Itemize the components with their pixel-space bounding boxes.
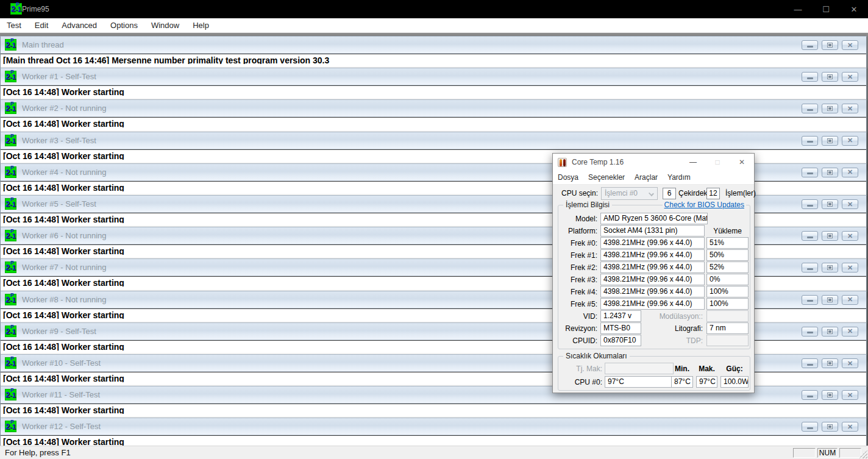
restore-button[interactable]: [822, 422, 838, 432]
mdi-window-title: Worker #8 - Not running: [22, 295, 107, 304]
mdi-window-title: Worker #9 - Self-Test: [22, 327, 96, 336]
statusbar: For Help, press F1 NUM: [0, 446, 868, 459]
minimize-button[interactable]: [802, 40, 818, 50]
close-button[interactable]: ✕: [842, 327, 858, 336]
restore-icon: [827, 138, 833, 143]
coretemp-icon: [558, 158, 567, 167]
close-button[interactable]: ✕: [840, 0, 868, 18]
modulation-value: [706, 310, 749, 322]
minimize-button[interactable]: [802, 104, 818, 113]
maximize-button[interactable]: ☐: [812, 0, 840, 18]
mdi-titlebar[interactable]: 2P-1 Worker #3 - Self-Test ✕: [1, 132, 866, 149]
menu-options[interactable]: Options: [104, 18, 144, 33]
close-button[interactable]: ✕: [842, 199, 858, 209]
log-area[interactable]: [Oct 16 14:48] Worker starting: [1, 117, 866, 127]
menu-edit[interactable]: Edit: [28, 18, 55, 33]
freq0-label: Frek #0:: [558, 239, 597, 247]
restore-button[interactable]: [822, 390, 838, 400]
coretemp-titlebar[interactable]: Core Temp 1.16 — □ ✕: [553, 154, 754, 171]
restore-icon: [827, 43, 833, 48]
minimize-button[interactable]: [802, 136, 818, 146]
processor-info-group-title: İşlemci Bilgisi: [563, 201, 612, 209]
minimize-button[interactable]: [802, 199, 818, 209]
restore-button[interactable]: [822, 72, 838, 82]
minimize-button[interactable]: [802, 72, 818, 82]
mdi-titlebar[interactable]: 2P-1 Worker #1 - Self-Test ✕: [1, 68, 866, 85]
menu-dosya[interactable]: Dosya: [553, 173, 583, 182]
restore-icon: [827, 265, 833, 270]
close-icon: ✕: [847, 105, 853, 112]
mdi-window-title: Worker #5 - Self-Test: [22, 199, 96, 208]
restore-button[interactable]: [822, 104, 838, 113]
minimize-icon: [807, 46, 813, 48]
close-button[interactable]: ✕: [842, 295, 858, 305]
menu-araclar[interactable]: Araçlar: [630, 173, 663, 182]
minimize-icon: [807, 237, 813, 238]
restore-button[interactable]: [822, 358, 838, 368]
max-header: Mak.: [696, 365, 717, 373]
minimize-button[interactable]: [802, 231, 818, 241]
mdi-titlebar[interactable]: 2P-1 Worker #2 - Not running ✕: [1, 100, 866, 117]
minimize-button[interactable]: [802, 327, 818, 336]
restore-button[interactable]: [822, 231, 838, 241]
menu-yardim[interactable]: Yardım: [663, 173, 695, 182]
restore-button[interactable]: [822, 327, 838, 336]
close-button[interactable]: ✕: [730, 154, 754, 171]
log-area[interactable]: [Oct 16 14:48] Worker starting: [1, 85, 866, 96]
model-value: AMD Ryzen 5 3600 6-Core (Matisse): [600, 213, 708, 224]
mdi-titlebar[interactable]: 2P-1 Main thread ✕: [1, 37, 866, 54]
close-button[interactable]: ✕: [842, 231, 858, 241]
minimize-button[interactable]: [802, 358, 818, 368]
restore-button[interactable]: [822, 40, 838, 50]
menu-advanced[interactable]: Advanced: [55, 18, 104, 33]
bios-updates-link[interactable]: Check for BIOS Updates: [663, 201, 746, 209]
restore-icon: [827, 106, 833, 111]
minimize-icon: [807, 332, 813, 333]
minimize-button[interactable]: [802, 263, 818, 272]
freq4-label: Frek #4:: [558, 288, 597, 296]
minimize-icon: [807, 427, 813, 429]
restore-button[interactable]: [822, 136, 838, 146]
revision-label: Revizyon:: [558, 324, 597, 333]
core-count-label: Çekirdek(ler): [678, 189, 707, 197]
menu-window[interactable]: Window: [144, 18, 186, 33]
menu-help[interactable]: Help: [186, 18, 216, 33]
log-area[interactable]: [Oct 16 14:48] Worker starting: [1, 435, 866, 446]
mdi-window-title: Worker #7 - Not running: [22, 263, 107, 272]
restore-icon: [827, 170, 833, 175]
chevron-down-icon: [649, 191, 654, 196]
minimize-button[interactable]: [802, 295, 818, 305]
close-button[interactable]: ✕: [842, 390, 858, 400]
minimize-button[interactable]: —: [784, 0, 812, 18]
log-line: [Oct 16 14:48] Worker starting: [1, 118, 866, 127]
cpu0-power: 100.0W: [720, 376, 749, 388]
close-button[interactable]: ✕: [842, 422, 858, 432]
restore-button[interactable]: [822, 199, 838, 209]
mdi-titlebar[interactable]: 2P-1 Worker #12 - Self-Test ✕: [1, 418, 866, 435]
close-button[interactable]: ✕: [842, 40, 858, 50]
menu-test[interactable]: Test: [0, 18, 28, 33]
restore-button[interactable]: [822, 168, 838, 177]
log-area[interactable]: [Oct 16 14:48] Worker starting: [1, 404, 866, 414]
close-button[interactable]: ✕: [842, 72, 858, 82]
restore-button[interactable]: [822, 295, 838, 305]
minimize-button[interactable]: [802, 168, 818, 177]
close-button[interactable]: ✕: [842, 358, 858, 368]
minimize-button[interactable]: —: [681, 154, 705, 171]
close-icon: ✕: [847, 296, 853, 303]
minimize-button[interactable]: [802, 422, 818, 432]
maximize-button[interactable]: □: [705, 154, 730, 171]
menu-secenekler[interactable]: Seçenekler: [583, 173, 630, 182]
tjmax-value: [605, 363, 674, 374]
minimize-button[interactable]: [802, 390, 818, 400]
cpu-select-label: CPU seçin:: [561, 189, 598, 197]
close-button[interactable]: ✕: [842, 263, 858, 272]
log-area[interactable]: [Main thread Oct 16 14:46] Mersenne numb…: [1, 54, 866, 64]
close-button[interactable]: ✕: [842, 168, 858, 177]
restore-button[interactable]: [822, 263, 838, 272]
cpu-select-dropdown[interactable]: İşlemci #0: [601, 187, 658, 200]
close-button[interactable]: ✕: [842, 104, 858, 113]
restore-icon: [827, 393, 833, 397]
close-button[interactable]: ✕: [842, 136, 858, 146]
resize-grip[interactable]: [859, 450, 867, 458]
